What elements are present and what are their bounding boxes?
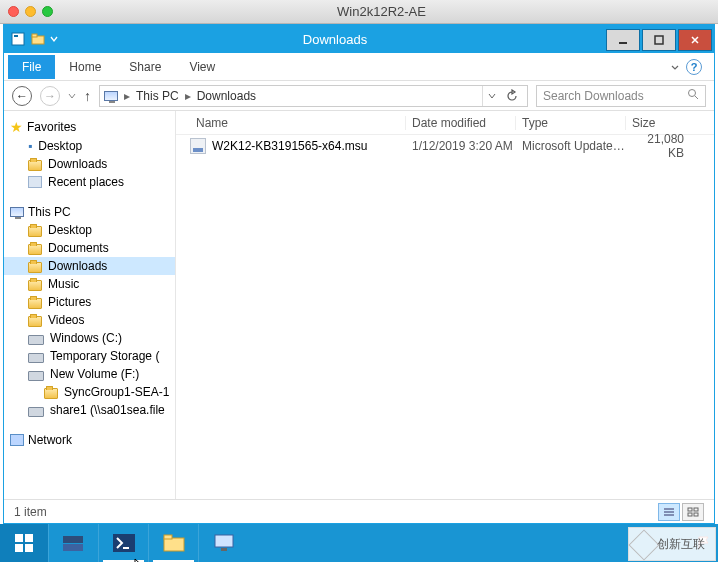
folder-icon <box>28 262 42 273</box>
folder-icon <box>28 160 42 171</box>
qat-dropdown-icon[interactable] <box>50 35 58 43</box>
search-placeholder: Search Downloads <box>543 89 644 103</box>
chevron-right-icon[interactable]: ▸ <box>185 89 191 103</box>
address-dropdown-icon[interactable] <box>487 91 497 101</box>
close-button[interactable] <box>678 29 712 51</box>
svg-rect-17 <box>15 544 23 552</box>
tab-file[interactable]: File <box>8 55 55 79</box>
network-drive-icon <box>28 407 44 417</box>
desktop-icon: ▪ <box>28 139 32 153</box>
nav-back-button[interactable]: ← <box>12 86 32 106</box>
taskbar[interactable] <box>0 524 718 562</box>
svg-point-6 <box>689 90 696 97</box>
svg-rect-14 <box>694 513 698 516</box>
nav-pc-cdrive[interactable]: Windows (C:) <box>4 329 175 347</box>
refresh-icon[interactable] <box>505 89 519 103</box>
star-icon: ★ <box>10 119 23 135</box>
navigation-pane[interactable]: ★Favorites ▪Desktop Downloads Recent pla… <box>4 111 176 499</box>
start-button[interactable] <box>0 524 48 562</box>
svg-rect-12 <box>694 508 698 511</box>
svg-line-7 <box>695 96 698 99</box>
chevron-right-icon[interactable]: ▸ <box>124 89 130 103</box>
explorer-titlebar[interactable]: Downloads <box>4 25 714 53</box>
drive-icon <box>28 335 44 345</box>
file-row[interactable]: W2K12-KB3191565-x64.msu 1/12/2019 3:20 A… <box>176 135 714 157</box>
nav-pc-pictures[interactable]: Pictures <box>4 293 175 311</box>
server-manager-icon <box>61 532 87 554</box>
mac-minimize-icon[interactable] <box>25 6 36 17</box>
address-bar[interactable]: ▸ This PC ▸ Downloads <box>99 85 528 107</box>
svg-rect-24 <box>215 535 233 547</box>
col-date[interactable]: Date modified <box>406 116 516 130</box>
taskbar-powershell[interactable] <box>98 524 148 562</box>
svg-rect-3 <box>32 34 37 37</box>
svg-rect-20 <box>63 544 83 551</box>
nav-forward-button[interactable]: → <box>40 86 60 106</box>
nav-pc-fdrive[interactable]: New Volume (F:) <box>4 365 175 383</box>
svg-rect-13 <box>688 513 692 516</box>
explorer-icon <box>161 532 187 554</box>
new-folder-icon[interactable] <box>30 31 46 47</box>
drive-icon <box>28 371 44 381</box>
breadcrumb-root[interactable]: This PC <box>136 89 179 103</box>
maximize-button[interactable] <box>642 29 676 51</box>
taskbar-server-manager[interactable] <box>48 524 98 562</box>
host-window-title: Win2k12R2-AE <box>53 4 710 19</box>
nav-pc-desktop[interactable]: Desktop <box>4 221 175 239</box>
folder-icon <box>28 280 42 291</box>
help-icon[interactable]: ? <box>686 59 702 75</box>
mac-close-icon[interactable] <box>8 6 19 17</box>
folder-icon <box>28 226 42 237</box>
minimize-button[interactable] <box>606 29 640 51</box>
col-size[interactable]: Size <box>626 116 714 130</box>
nav-pc-temp[interactable]: Temporary Storage ( <box>4 347 175 365</box>
nav-recent-dropdown-icon[interactable] <box>68 92 76 100</box>
nav-syncgroup[interactable]: SyncGroup1-SEA-1 <box>4 383 175 401</box>
view-details-button[interactable] <box>658 503 680 521</box>
network-header[interactable]: Network <box>4 431 175 449</box>
col-type[interactable]: Type <box>516 116 626 130</box>
folder-icon <box>28 298 42 309</box>
pc-icon <box>10 207 24 217</box>
nav-pc-downloads[interactable]: Downloads <box>4 257 175 275</box>
breadcrumb-folder[interactable]: Downloads <box>197 89 256 103</box>
ribbon-tabs: File Home Share View ? <box>4 53 714 81</box>
tab-home[interactable]: Home <box>55 55 115 79</box>
nav-pc-documents[interactable]: Documents <box>4 239 175 257</box>
nav-fav-desktop[interactable]: ▪Desktop <box>4 137 175 155</box>
window-controls <box>606 27 714 51</box>
mac-traffic-lights <box>8 6 53 17</box>
folder-icon <box>28 316 42 327</box>
svg-rect-23 <box>164 535 172 539</box>
folder-icon <box>44 388 58 399</box>
host-titlebar: Win2k12R2-AE <box>0 0 718 24</box>
nav-fav-downloads[interactable]: Downloads <box>4 155 175 173</box>
tab-view[interactable]: View <box>175 55 229 79</box>
nav-share1[interactable]: share1 (\\sa01sea.file <box>4 401 175 419</box>
search-input[interactable]: Search Downloads <box>536 85 706 107</box>
favorites-header[interactable]: ★Favorites <box>4 117 175 137</box>
svg-rect-15 <box>15 534 23 542</box>
nav-pc-music[interactable]: Music <box>4 275 175 293</box>
pc-icon <box>104 91 118 101</box>
mac-zoom-icon[interactable] <box>42 6 53 17</box>
svg-rect-11 <box>688 508 692 511</box>
quick-access-toolbar <box>4 31 64 47</box>
search-icon <box>687 88 699 103</box>
file-size: 21,080 KB <box>626 132 714 160</box>
nav-up-button[interactable]: ↑ <box>84 88 91 104</box>
svg-rect-22 <box>164 538 184 551</box>
view-icons-button[interactable] <box>682 503 704 521</box>
thispc-header[interactable]: This PC <box>4 203 175 221</box>
nav-pc-videos[interactable]: Videos <box>4 311 175 329</box>
nav-fav-recent[interactable]: Recent places <box>4 173 175 191</box>
taskbar-app[interactable] <box>198 524 248 562</box>
status-bar: 1 item <box>4 499 714 523</box>
svg-rect-0 <box>12 33 24 45</box>
tab-share[interactable]: Share <box>115 55 175 79</box>
col-name[interactable]: Name <box>176 116 406 130</box>
monitor-icon <box>211 532 237 554</box>
properties-icon[interactable] <box>10 31 26 47</box>
taskbar-explorer[interactable] <box>148 524 198 562</box>
ribbon-expand-icon[interactable] <box>670 62 680 72</box>
